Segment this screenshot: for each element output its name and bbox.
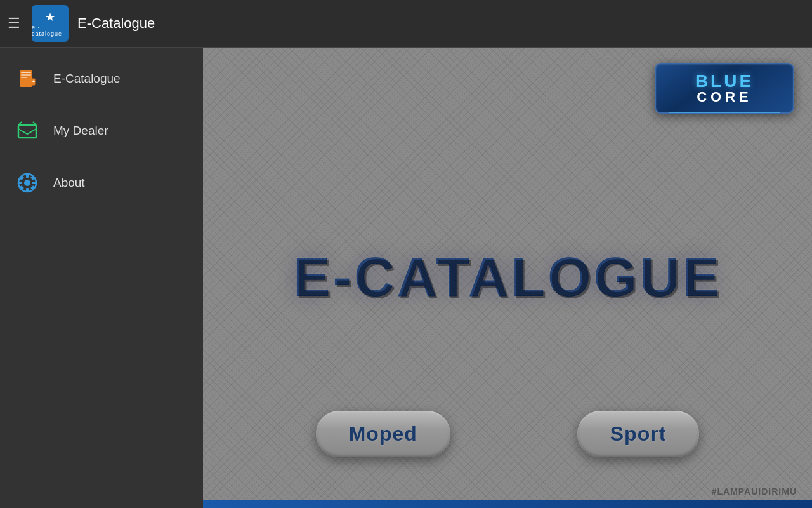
svg-rect-12 (18, 182, 22, 184)
menu-icon[interactable]: ☰ (8, 15, 20, 32)
about-icon (15, 171, 39, 195)
svg-rect-2 (21, 74, 31, 76)
app-title: E-Catalogue (77, 15, 155, 32)
sidebar-mydealer-label: My Dealer (53, 124, 108, 138)
catalogue-title: E-CATALOGUE (293, 244, 722, 309)
svg-point-9 (24, 180, 30, 186)
mydealer-icon (15, 119, 39, 143)
svg-rect-3 (21, 77, 27, 78)
bluecore-blue-text: BLUE (695, 72, 754, 90)
hashtag-text: #LAMPAUIDIRIMU (712, 486, 797, 497)
sidebar-ecatalogue-label: E-Catalogue (53, 72, 121, 86)
sport-button[interactable]: Sport (577, 411, 700, 457)
svg-rect-5 (18, 125, 36, 138)
sidebar-item-ecatalogue[interactable]: E-Catalogue (0, 53, 203, 105)
bottom-stripe (203, 500, 812, 508)
bluecore-badge: BLUE CORE (655, 63, 794, 114)
bluecore-core-text: CORE (697, 90, 752, 104)
svg-rect-10 (26, 174, 29, 178)
sidebar: E-Catalogue My Dealer (0, 48, 203, 508)
app-logo: ★ e · catalogue (32, 5, 69, 42)
topbar: ☰ ★ e · catalogue E-Catalogue (0, 0, 812, 48)
ecatalogue-icon (15, 67, 39, 91)
main-layout: E-Catalogue My Dealer (0, 48, 812, 508)
moped-button[interactable]: Moped (316, 411, 450, 457)
sidebar-about-label: About (53, 176, 85, 190)
svg-rect-1 (21, 72, 31, 73)
svg-rect-13 (32, 182, 36, 184)
sidebar-item-mydealer[interactable]: My Dealer (0, 105, 203, 157)
svg-rect-11 (26, 188, 29, 192)
sidebar-item-about[interactable]: About (0, 157, 203, 209)
category-buttons: Moped Sport (203, 411, 812, 457)
logo-subtitle: e · catalogue (32, 24, 69, 37)
yamaha-star-icon: ★ (45, 10, 55, 24)
main-content: BLUE CORE E-CATALOGUE Moped Sport #LAMPA… (203, 48, 812, 508)
